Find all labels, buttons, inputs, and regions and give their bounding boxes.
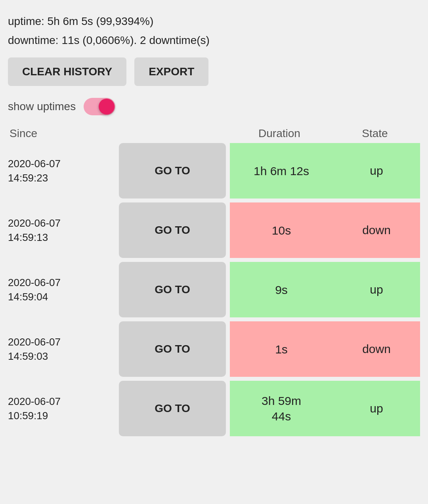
state-cell: up [333, 262, 420, 317]
stats-section: uptime: 5h 6m 5s (99,9394%) downtime: 11… [8, 12, 420, 50]
cell-spacer [226, 381, 230, 436]
show-uptimes-toggle[interactable] [84, 98, 115, 115]
cell-spacer [226, 321, 230, 377]
since-cell: 2020-06-07 14:59:13 [8, 202, 119, 258]
cell-spacer [226, 262, 230, 317]
toggle-thumb [99, 99, 115, 115]
cell-spacer [226, 143, 230, 199]
toggle-label: show uptimes [8, 100, 76, 113]
duration-cell: 3h 59m 44s [230, 381, 333, 436]
table-row: 2020-06-07 14:59:23GO TO1h 6m 12sup [8, 143, 420, 199]
goto-button[interactable]: GO TO [119, 202, 226, 258]
table-row: 2020-06-07 14:59:03GO TO1sdown [8, 321, 420, 377]
goto-button[interactable]: GO TO [119, 381, 226, 436]
since-header: Since [10, 127, 120, 140]
rows-container: 2020-06-07 14:59:23GO TO1h 6m 12sup2020-… [8, 143, 420, 436]
goto-button[interactable]: GO TO [119, 262, 226, 317]
since-cell: 2020-06-07 14:59:23 [8, 143, 119, 199]
duration-cell: 1h 6m 12s [230, 143, 333, 199]
table-row: 2020-06-07 14:59:13GO TO10sdown [8, 202, 420, 258]
action-buttons: CLEAR HISTORY EXPORT [8, 57, 420, 86]
toggle-row: show uptimes [8, 98, 420, 115]
downtime-stat: downtime: 11s (0,0606%). 2 downtime(s) [8, 31, 420, 50]
duration-cell: 10s [230, 202, 333, 258]
uptime-stat: uptime: 5h 6m 5s (99,9394%) [8, 12, 420, 31]
since-cell: 2020-06-07 10:59:19 [8, 381, 119, 436]
clear-history-button[interactable]: CLEAR HISTORY [8, 57, 126, 86]
since-cell: 2020-06-07 14:59:03 [8, 321, 119, 377]
column-headers: Since Duration State [8, 127, 420, 140]
duration-cell: 9s [230, 262, 333, 317]
state-cell: up [333, 381, 420, 436]
table-row: 2020-06-07 14:59:04GO TO9sup [8, 262, 420, 317]
goto-button[interactable]: GO TO [119, 321, 226, 377]
state-header: State [331, 127, 418, 140]
duration-header: Duration [227, 127, 331, 140]
goto-button[interactable]: GO TO [119, 143, 226, 199]
state-cell: up [333, 143, 420, 199]
duration-cell: 1s [230, 321, 333, 377]
cell-spacer [226, 202, 230, 258]
table-row: 2020-06-07 10:59:19GO TO3h 59m 44sup [8, 381, 420, 436]
export-button[interactable]: EXPORT [134, 57, 208, 86]
since-cell: 2020-06-07 14:59:04 [8, 262, 119, 317]
state-cell: down [333, 321, 420, 377]
state-cell: down [333, 202, 420, 258]
